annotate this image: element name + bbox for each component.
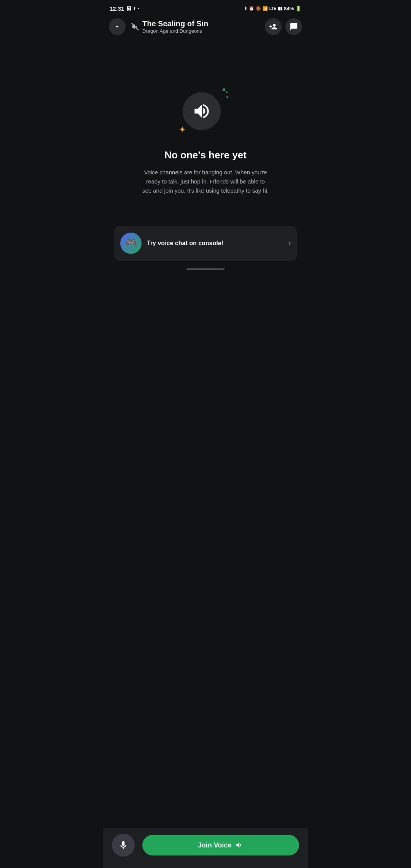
header-text: The Sealing of Sin Dragon Age and Dungeo… — [142, 19, 208, 35]
chat-icon — [290, 22, 298, 31]
join-voice-label: Join Voice — [198, 841, 232, 849]
wifi-icon: 📶 — [263, 6, 268, 11]
alarm-icon: ⏰ — [249, 6, 254, 11]
add-member-button[interactable] — [265, 18, 282, 35]
channel-title: The Sealing of Sin — [142, 19, 208, 28]
home-indicator-bar — [186, 268, 225, 270]
console-chevron-icon: › — [288, 239, 291, 247]
status-bar: 12:31 🖼 t • ⬇ ⏰ 🔕 📶 LTE ▮▮ 84% 🔋 — [103, 0, 308, 15]
console-icon: 🎮 — [120, 233, 142, 254]
microphone-button[interactable] — [112, 834, 135, 857]
photo-icon: 🖼 — [126, 6, 131, 11]
tumblr-icon: t — [134, 6, 135, 11]
empty-state-title: No one's here yet — [164, 149, 247, 161]
console-promo-text: Try voice chat on console! — [147, 240, 283, 247]
battery-percent: 84% — [284, 6, 294, 11]
sparkle-green-icon — [217, 88, 228, 100]
status-left: 12:31 🖼 t • — [110, 5, 139, 12]
sparkle-gold-icon: ✦ — [179, 126, 186, 134]
battery-icon: 🔋 — [295, 6, 301, 11]
main-content: ✦ No one's here yet Voice channels are f… — [103, 38, 308, 305]
join-voice-button[interactable]: Join Voice — [142, 835, 299, 855]
status-time: 12:31 — [110, 5, 124, 12]
mute-icon: 🔕 — [256, 6, 261, 11]
chevron-down-icon — [113, 23, 121, 30]
back-button[interactable] — [109, 18, 126, 35]
add-member-icon — [269, 22, 277, 31]
join-voice-speaker-icon — [235, 841, 244, 849]
empty-state-description: Voice channels are for hanging out. When… — [141, 168, 270, 195]
speaker-icon — [192, 102, 211, 121]
voice-icon-container: ✦ — [183, 88, 228, 134]
home-indicator — [114, 268, 297, 270]
server-name: Dragon Age and Dungeons — [142, 28, 208, 35]
header-info: The Sealing of Sin Dragon Age and Dungeo… — [131, 19, 260, 35]
sparkle-dot-mid — [226, 91, 228, 93]
download-icon: ⬇ — [244, 6, 247, 11]
channel-mute-icon — [131, 22, 139, 31]
header-actions — [265, 18, 302, 35]
console-promo-banner[interactable]: 🎮 Try voice chat on console! › — [114, 226, 297, 261]
chat-button[interactable] — [285, 18, 302, 35]
microphone-icon — [118, 840, 128, 850]
lte-icon: LTE — [269, 6, 276, 11]
header: The Sealing of Sin Dragon Age and Dungeo… — [103, 15, 308, 38]
voice-icon-circle — [183, 92, 221, 130]
signal-icon: ▮▮ — [278, 6, 282, 11]
bottom-bar: Join Voice — [103, 828, 308, 868]
status-right: ⬇ ⏰ 🔕 📶 LTE ▮▮ 84% 🔋 — [244, 6, 301, 11]
dot-indicator: • — [138, 6, 139, 11]
